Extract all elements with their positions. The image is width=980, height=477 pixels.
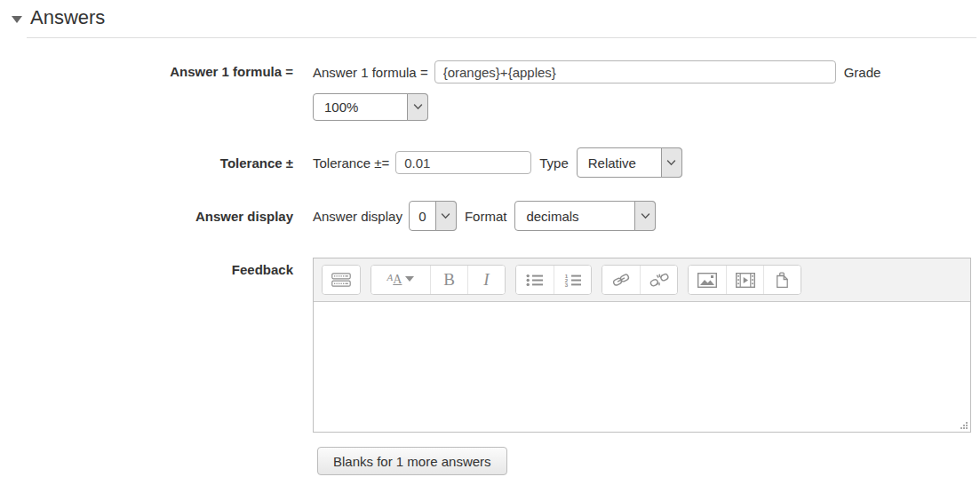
tolerance-inline-label: Tolerance ±= <box>313 155 389 171</box>
collapse-toolbar-button[interactable] <box>323 266 360 294</box>
answers-section: Answers Answer 1 formula = Answer 1 form… <box>0 0 980 475</box>
insert-image-button[interactable] <box>689 266 726 294</box>
link-icon <box>611 273 631 287</box>
resize-handle[interactable] <box>960 421 968 430</box>
add-blanks-button[interactable]: Blanks for 1 more answers <box>317 447 507 475</box>
section-header: Answers <box>0 0 980 29</box>
toolbar-group-toggle <box>322 265 361 295</box>
chevron-down-icon <box>435 201 457 231</box>
editor-toolbar: AA B I <box>314 258 970 302</box>
chevron-down-icon <box>634 201 656 231</box>
collapse-toolbar-icon <box>331 273 351 287</box>
bold-button[interactable]: B <box>430 266 467 294</box>
answer-display-row-label: Answer display <box>0 209 293 224</box>
grade-select-value: 100% <box>314 94 407 120</box>
numbered-list-button[interactable]: 1 2 3 <box>554 266 591 294</box>
image-icon <box>697 273 717 288</box>
caret-down-icon <box>405 276 414 282</box>
unlink-icon <box>649 273 669 287</box>
toolbar-group-links <box>602 265 678 295</box>
italic-button[interactable]: I <box>467 266 505 294</box>
format-select[interactable]: decimals <box>514 201 656 231</box>
answer-formula-inline-label: Answer 1 formula = <box>313 65 428 80</box>
grade-select[interactable]: 100% <box>313 93 428 121</box>
insert-media-button[interactable] <box>726 266 763 294</box>
tolerance-row-label: Tolerance ± <box>0 155 293 171</box>
answers-form: Answer 1 formula = Answer 1 formula = Gr… <box>0 60 980 475</box>
format-select-value: decimals <box>515 202 634 230</box>
unlink-button[interactable] <box>640 266 677 294</box>
answer-display-inline-label: Answer display <box>313 209 402 224</box>
tolerance-row: Tolerance ± Tolerance ±= Type Relative <box>0 147 971 178</box>
bullet-list-icon <box>526 274 544 287</box>
bullet-list-button[interactable] <box>516 266 554 294</box>
section-title[interactable]: Answers <box>30 6 105 29</box>
toolbar-group-lists: 1 2 3 <box>515 265 592 295</box>
feedback-editor-area <box>314 302 970 432</box>
tolerance-input[interactable] <box>395 151 531 174</box>
collapse-toggle-icon[interactable] <box>12 16 22 23</box>
tolerance-type-label: Type <box>539 155 569 171</box>
feedback-row: Feedback <box>0 258 971 433</box>
feedback-row-label: Feedback <box>0 258 293 433</box>
numbered-list-icon: 1 2 3 <box>564 274 582 287</box>
toolbar-group-media <box>688 265 801 295</box>
manage-files-button[interactable] <box>763 266 801 294</box>
tolerance-type-select-value: Relative <box>578 148 661 177</box>
format-label: Format <box>465 209 507 224</box>
font-style-button[interactable]: AA <box>371 266 430 294</box>
answer-display-row: Answer display Answer display 0 Format d… <box>0 201 971 231</box>
font-style-icon: AA <box>387 273 415 287</box>
feedback-editor: AA B I <box>313 258 971 433</box>
section-divider <box>27 37 976 38</box>
answer-formula-input[interactable] <box>434 60 836 83</box>
answer-formula-row-label: Answer 1 formula = <box>0 60 293 121</box>
chevron-down-icon <box>407 93 428 121</box>
tolerance-type-select[interactable]: Relative <box>577 147 682 178</box>
actions-row: Blanks for 1 more answers <box>0 447 971 475</box>
answer-formula-row: Answer 1 formula = Answer 1 formula = Gr… <box>0 60 971 121</box>
media-icon <box>736 273 755 288</box>
link-button[interactable] <box>602 266 640 294</box>
answer-display-select-value: 0 <box>410 202 435 230</box>
actions-spacer <box>0 447 293 475</box>
italic-icon: I <box>483 270 489 290</box>
chevron-down-icon <box>661 147 682 178</box>
answer-display-select[interactable]: 0 <box>409 201 457 231</box>
feedback-editor-input[interactable] <box>314 302 970 432</box>
document-icon <box>775 272 790 288</box>
grade-label: Grade <box>844 65 881 80</box>
svg-text:3: 3 <box>564 282 568 287</box>
bold-icon: B <box>443 270 455 290</box>
toolbar-group-text-style: AA B I <box>370 265 506 295</box>
